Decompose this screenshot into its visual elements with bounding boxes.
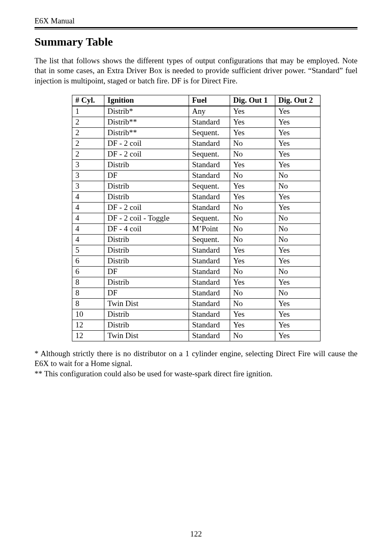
table-row: 4DF - 2 coil - ToggleSequent.NoNo [72,213,320,223]
table-cell: No [230,138,275,149]
table-cell: No [230,266,275,277]
table-cell: No [275,223,320,234]
table-cell: Yes [275,191,320,202]
table-row: 8DistribStandardYesYes [72,277,320,288]
col-header-digout2: Dig. Out 2 [275,95,320,106]
table-cell: 3 [72,181,104,191]
table-cell: Distrib [104,309,189,320]
table-cell: Distrib [104,277,189,288]
table-cell: Yes [275,256,320,266]
table-cell: Any [189,106,230,117]
page: E6X Manual Summary Table The list that f… [0,0,392,555]
table-cell: Yes [275,309,320,320]
table-cell: No [230,330,275,341]
table-cell: 4 [72,213,104,223]
intro-paragraph: The list that follows shows the differen… [35,56,357,86]
table-cell: Standard [189,191,230,202]
table-cell: Yes [230,320,275,330]
table-cell: No [275,266,320,277]
table-row: 12Twin DistStandardNoYes [72,330,320,341]
table-cell: DF - 2 coil [104,202,189,213]
table-cell: Yes [230,309,275,320]
header-rule-thick [35,27,357,28]
summary-table-wrap: # Cyl. Ignition Fuel Dig. Out 1 Dig. Out… [35,95,357,341]
table-cell: Standard [189,159,230,170]
table-cell: No [230,288,275,298]
table-cell: Yes [230,181,275,191]
table-cell: 8 [72,277,104,288]
table-cell: 2 [72,117,104,127]
table-row: 3DFStandardNoNo [72,170,320,181]
table-row: 8Twin DistStandardNoYes [72,298,320,309]
table-cell: 4 [72,234,104,245]
table-cell: Yes [275,138,320,149]
table-row: 10DistribStandardYesYes [72,309,320,320]
table-cell: Standard [189,309,230,320]
table-row: 2DF - 2 coilStandardNoYes [72,138,320,149]
table-cell: Standard [189,330,230,341]
table-cell: 2 [72,127,104,138]
table-cell: Standard [189,245,230,256]
table-row: 2DF - 2 coilSequent.NoYes [72,149,320,159]
table-cell: Standard [189,266,230,277]
table-cell: 6 [72,266,104,277]
table-cell: Yes [275,149,320,159]
header-rule-thin [35,29,357,30]
table-cell: Yes [230,159,275,170]
table-row: 3DistribSequent.YesNo [72,181,320,191]
table-cell: Yes [230,256,275,266]
table-cell: Sequent. [189,127,230,138]
table-cell: No [275,213,320,223]
table-cell: Yes [275,330,320,341]
table-cell: No [275,170,320,181]
table-cell: No [275,288,320,298]
table-cell: Twin Dist [104,330,189,341]
table-cell: Yes [275,320,320,330]
table-cell: Standard [189,138,230,149]
col-header-fuel: Fuel [189,95,230,106]
table-cell: Standard [189,288,230,298]
table-cell: 8 [72,298,104,309]
table-cell: Distrib [104,234,189,245]
table-cell: M’Point [189,223,230,234]
section-title: Summary Table [35,35,357,48]
table-cell: Distrib [104,159,189,170]
table-cell: Sequent. [189,181,230,191]
table-cell: Yes [230,191,275,202]
table-cell: Yes [230,245,275,256]
table-row: 3DistribStandardYesYes [72,159,320,170]
table-cell: 4 [72,223,104,234]
table-cell: Yes [275,202,320,213]
table-body: 1Distrib*AnyYesYes2Distrib**StandardYesY… [72,106,320,341]
table-cell: No [275,234,320,245]
table-cell: Twin Dist [104,298,189,309]
table-cell: Standard [189,202,230,213]
table-row: 2Distrib**Sequent.YesYes [72,127,320,138]
table-cell: Sequent. [189,149,230,159]
table-cell: 3 [72,170,104,181]
col-header-cyl: # Cyl. [72,95,104,106]
table-cell: 5 [72,245,104,256]
table-row: 4DF - 4 coilM’PointNoNo [72,223,320,234]
table-cell: DF - 2 coil - Toggle [104,213,189,223]
table-cell: Distrib** [104,127,189,138]
table-row: 6DFStandardNoNo [72,266,320,277]
page-number: 122 [0,530,392,539]
table-cell: Yes [230,127,275,138]
table-cell: 3 [72,159,104,170]
table-cell: 4 [72,191,104,202]
table-row: 1Distrib*AnyYesYes [72,106,320,117]
table-cell: DF [104,170,189,181]
table-cell: Standard [189,320,230,330]
table-cell: DF [104,266,189,277]
table-cell: 4 [72,202,104,213]
table-cell: Yes [230,117,275,127]
table-cell: 6 [72,256,104,266]
table-row: 5DistribStandardYesYes [72,245,320,256]
table-cell: 2 [72,149,104,159]
table-cell: No [230,234,275,245]
table-cell: 12 [72,320,104,330]
table-row: 4DF - 2 coilStandardNoYes [72,202,320,213]
table-cell: Standard [189,277,230,288]
table-header-row: # Cyl. Ignition Fuel Dig. Out 1 Dig. Out… [72,95,320,106]
